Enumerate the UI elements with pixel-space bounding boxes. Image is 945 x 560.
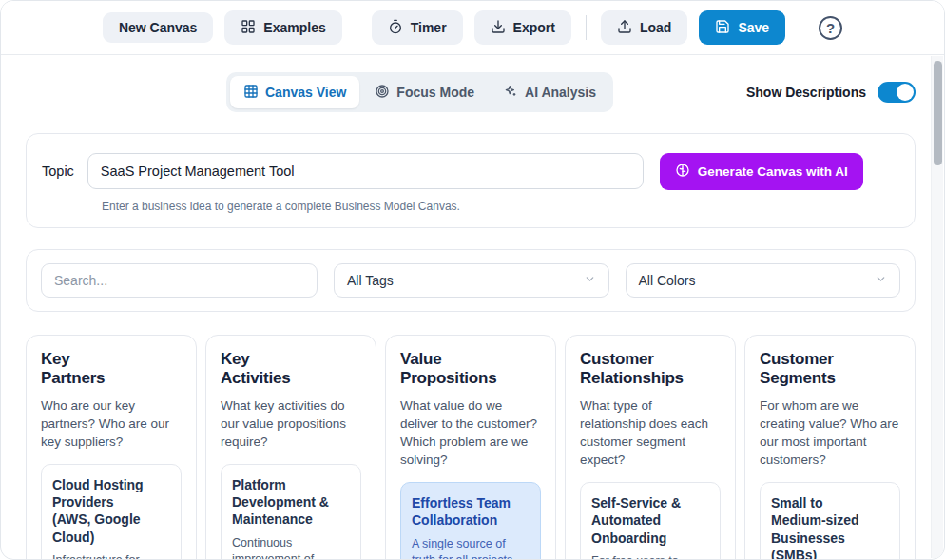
canvas-card-self-service[interactable]: Self-Service & Automated Onboarding For … (580, 482, 721, 560)
canvas-card-description: Continuous improvement of features, (232, 535, 337, 560)
column-title: Value Propositions (400, 350, 496, 388)
column-key-activities: Key Activities What key activities do ou… (205, 335, 376, 560)
column-title: Customer Segments (760, 350, 836, 388)
topic-label: Topic (42, 164, 74, 179)
tab-canvas-view-label: Canvas View (265, 86, 346, 99)
canvas-card-cloud-hosting[interactable]: Cloud Hosting Providers (AWS, Google Clo… (41, 464, 182, 560)
colors-filter-value: All Colors (639, 273, 696, 288)
save-label: Save (738, 21, 769, 34)
column-title: Key Activities (221, 350, 291, 388)
tab-ai-analysis-label: AI Analysis (525, 86, 596, 99)
brain-icon (675, 163, 690, 181)
upload-icon (617, 19, 632, 36)
topic-input[interactable] (87, 153, 644, 189)
layout-grid-icon (241, 19, 256, 36)
toggle-knob (897, 84, 914, 101)
tab-ai-analysis[interactable]: AI Analysis (490, 76, 609, 108)
column-description: What type of relationship does each cust… (580, 396, 721, 470)
topic-section: Topic Generate Canvas with AI Enter a bu… (26, 133, 916, 228)
view-tab-group: Canvas View Focus Mode AI Analysis (226, 72, 613, 112)
show-descriptions-label: Show Descriptions (746, 85, 866, 100)
scrollbar-thumb[interactable] (934, 61, 942, 165)
generate-canvas-button[interactable]: Generate Canvas with AI (660, 153, 863, 190)
load-button[interactable]: Load (601, 10, 687, 45)
column-value-propositions: Value Propositions What value do we deli… (385, 335, 556, 560)
save-button[interactable]: Save (699, 10, 785, 45)
help-icon[interactable]: ? (819, 16, 842, 40)
tab-canvas-view[interactable]: Canvas View (230, 76, 359, 108)
topic-helper-text: Enter a business idea to generate a comp… (102, 200, 899, 213)
column-customer-relationships: Customer Relationships What type of rela… (565, 335, 736, 560)
examples-button[interactable]: Examples (224, 10, 341, 45)
column-title: Key Partners (41, 350, 105, 388)
stopwatch-icon (388, 19, 403, 36)
chevron-down-icon (584, 273, 596, 288)
column-key-partners: Key Partners Who are our key partners? W… (26, 335, 197, 560)
canvas-card-title: Cloud Hosting Providers (AWS, Google Clo… (52, 476, 153, 546)
sparkles-icon (503, 84, 518, 101)
column-description: Who are our key partners? Who are our ke… (41, 396, 182, 451)
export-button[interactable]: Export (474, 10, 571, 45)
canvas-card-title: Platform Development & Maintenance (232, 476, 333, 529)
vertical-scrollbar (931, 56, 943, 558)
tags-filter-select[interactable]: All Tags (334, 263, 609, 298)
column-description: What key activities do our value proposi… (221, 396, 361, 451)
examples-label: Examples (263, 21, 325, 34)
filter-section: All Tags All Colors (26, 249, 916, 312)
app-window: New Canvas Examples Timer Export Load Sa… (0, 0, 945, 560)
column-title: Customer Relationships (580, 350, 684, 388)
column-description: For whom are we creating value? Who are … (760, 396, 900, 470)
download-icon (491, 19, 506, 36)
show-descriptions-toggle[interactable] (878, 82, 916, 103)
export-label: Export (513, 21, 555, 34)
save-floppy-icon (715, 19, 730, 36)
tab-focus-mode[interactable]: Focus Mode (361, 76, 488, 108)
new-canvas-button[interactable]: New Canvas (103, 12, 213, 43)
canvas-card-description: Infrastructure for hosting the applicati… (52, 552, 157, 560)
canvas-columns: Key Partners Who are our key partners? W… (26, 335, 916, 560)
new-canvas-label: New Canvas (119, 21, 197, 34)
view-mode-bar: Canvas View Focus Mode AI Analysis Show … (26, 72, 916, 112)
canvas-card-description: A single source of truth for all project… (412, 536, 516, 560)
canvas-card-effortless-collaboration[interactable]: Effortless Team Collaboration A single s… (400, 482, 541, 560)
canvas-card-title: Small to Medium-sized Businesses (SMBs) (771, 494, 872, 560)
chevron-down-icon (875, 273, 887, 288)
colors-filter-select[interactable]: All Colors (626, 263, 901, 298)
table-grid-icon (243, 84, 259, 101)
load-label: Load (640, 21, 671, 34)
top-toolbar: New Canvas Examples Timer Export Load Sa… (1, 1, 944, 55)
column-customer-segments: Customer Segments For whom are we creati… (744, 335, 916, 560)
canvas-card-platform-development[interactable]: Platform Development & Maintenance Conti… (221, 464, 361, 560)
column-description: What value do we deliver to the customer… (400, 396, 541, 470)
search-input[interactable] (41, 263, 318, 298)
tab-focus-mode-label: Focus Mode (396, 86, 474, 99)
canvas-card-title: Self-Service & Automated Onboarding (591, 494, 692, 547)
canvas-card-title: Effortless Team Collaboration (412, 494, 512, 529)
target-icon (375, 84, 390, 101)
toolbar-divider (800, 15, 800, 40)
toolbar-divider (586, 15, 587, 40)
tags-filter-value: All Tags (347, 273, 394, 288)
canvas-card-smbs[interactable]: Small to Medium-sized Businesses (SMBs) … (760, 482, 900, 560)
canvas-card-description: For free users to get started quickly wi… (591, 553, 696, 560)
generate-canvas-label: Generate Canvas with AI (698, 165, 848, 179)
show-descriptions-control: Show Descriptions (746, 82, 916, 103)
timer-button[interactable]: Timer (372, 10, 463, 45)
help-label: ? (826, 20, 835, 36)
timer-label: Timer (411, 21, 447, 34)
toolbar-divider (357, 15, 357, 40)
